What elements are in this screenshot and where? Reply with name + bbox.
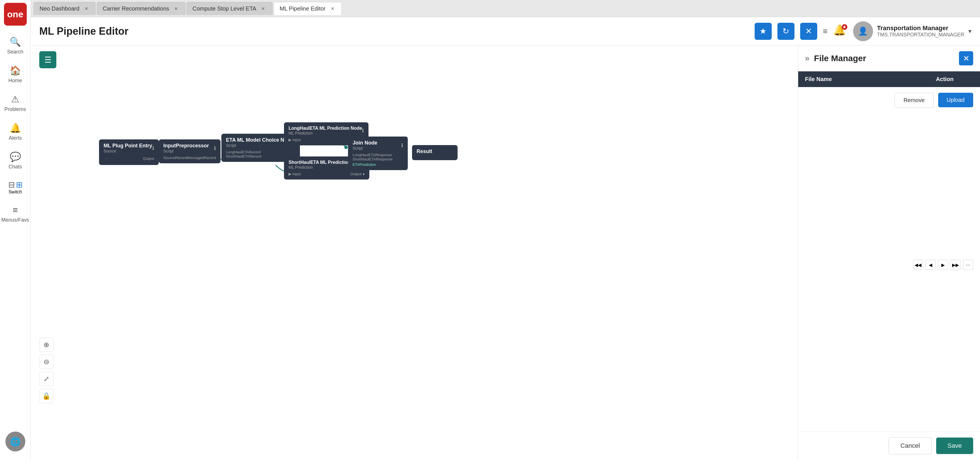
zoom-out-icon: ⊖ (43, 358, 49, 366)
sidebar-item-menus[interactable]: ≡ Menus/Favs (0, 200, 30, 228)
node-plug-point-entry[interactable]: ML Plug Point Entry Source ℹ → Output (99, 139, 159, 165)
file-manager-close-button[interactable]: ✕ (959, 51, 973, 65)
sidebar-item-home[interactable]: 🏠 Home (0, 60, 30, 89)
zoom-in-icon: ⊕ (43, 341, 49, 349)
expand-icon[interactable]: » (805, 54, 810, 63)
info-icon[interactable]: ℹ (214, 145, 216, 151)
user-role: TMS.TRANSPORTATION_MANAGER (877, 32, 964, 38)
hamburger-menu[interactable]: ≡ (823, 27, 827, 36)
avatar-placeholder-icon: 👤 (858, 27, 868, 36)
star-button[interactable]: ★ (755, 23, 772, 40)
info-icon[interactable]: ℹ (362, 127, 364, 134)
pagination: ◀◀ ◀ ▶ ▶▶ ⋯ (798, 257, 980, 273)
sidebar-item-problems[interactable]: ⚠ Problems (0, 89, 30, 118)
list-view-button[interactable]: ☰ (39, 51, 56, 68)
sidebar-item-search[interactable]: 🔍 Search (0, 31, 30, 60)
zoom-out-button[interactable]: ⊖ (39, 355, 54, 369)
remove-button[interactable]: Remove (895, 93, 933, 108)
tab-label: ML Pipeline Editor (280, 5, 326, 12)
last-page-button[interactable]: ▶▶ (950, 260, 961, 270)
file-manager-panel: » File Manager ✕ File Name Action Remove… (798, 46, 980, 460)
warning-icon: ⚠ (11, 94, 19, 105)
input-label: ▶ Input (288, 138, 301, 142)
save-button[interactable]: Save (936, 438, 973, 454)
first-page-button[interactable]: ◀◀ (913, 260, 923, 270)
search-icon: 🔍 (10, 37, 21, 47)
pipeline-canvas[interactable]: ☰ ⊕ ⊖ ⤢ 🔒 (31, 46, 798, 460)
refresh-button[interactable]: ↻ (777, 23, 794, 40)
left-toolbar: ☰ (39, 51, 56, 68)
node-subtitle: Source (103, 149, 152, 153)
file-manager-body: Remove Upload (798, 87, 980, 257)
file-manager-title: File Manager (814, 54, 955, 63)
input-label: ▶ Input (288, 172, 301, 176)
sidebar-item-label: Home (8, 78, 22, 84)
sidebar-item-chats[interactable]: 💬 Chats (0, 146, 30, 175)
tab-compute-stop-level-eta[interactable]: Compute Stop Level ETA ✕ (187, 2, 273, 15)
sidebar-item-label: Search (7, 49, 23, 55)
avatar[interactable]: 🌐 (5, 431, 25, 452)
main-content: Neo Dashboard ✕ Carrier Recommendations … (31, 0, 980, 460)
input-label: SourceRecord (163, 156, 187, 160)
output-label: Output ● (350, 172, 365, 176)
svg-point-6 (344, 146, 348, 149)
tab-close-compute-stop-level-eta[interactable]: ✕ (260, 5, 267, 12)
output-label: Output (143, 156, 154, 161)
node-result[interactable]: Result (412, 145, 458, 160)
chat-icon: 💬 (10, 151, 21, 162)
fit-screen-button[interactable]: ⤢ (39, 372, 54, 386)
tab-close-carrier-recommendations[interactable]: ✕ (173, 5, 180, 12)
page-header: ML Pipeline Editor ★ ↻ ✕ ≡ 🔔 ★ 👤 Transpo… (31, 17, 980, 46)
more-pages-button[interactable]: ⋯ (963, 260, 973, 270)
zoom-in-button[interactable]: ⊕ (39, 337, 54, 352)
node-title: Result (417, 148, 432, 154)
user-name: Transportation Manager (877, 24, 964, 32)
close-icon: ✕ (963, 54, 969, 63)
user-avatar: 👤 (853, 21, 873, 41)
node-input-preprocessor[interactable]: InputPreprocessor Script ℹ SourceRecord … (159, 139, 221, 163)
tab-close-neo-dashboard[interactable]: ✕ (83, 5, 90, 12)
app-logo[interactable]: one (4, 3, 27, 25)
next-page-button[interactable]: ▶ (938, 260, 948, 270)
prev-page-button[interactable]: ◀ (925, 260, 935, 270)
output-label: MessagedRecord (187, 156, 216, 160)
home-icon: 🏠 (10, 65, 21, 76)
node-join[interactable]: Join Node Script ℹ LongHaulETAResponse S… (348, 137, 408, 170)
node-subtitle: Script (163, 149, 209, 153)
avatar-icon: 🌐 (10, 437, 21, 447)
user-text: Transportation Manager TMS.TRANSPORTATIO… (877, 24, 964, 38)
close-button[interactable]: ✕ (800, 23, 817, 40)
column-file-name: File Name (805, 76, 916, 83)
node-title: ML Plug Point Entry (103, 143, 152, 149)
file-manager-table-header: File Name Action (798, 72, 980, 87)
zoom-controls: ⊕ ⊖ ⤢ 🔒 (39, 337, 54, 403)
grid-active-icon: ⊞ (16, 180, 22, 189)
upload-button[interactable]: Upload (938, 93, 973, 107)
file-manager-footer: Cancel Save (798, 431, 980, 460)
user-profile[interactable]: 👤 Transportation Manager TMS.TRANSPORTAT… (853, 21, 972, 41)
node-subtitle: Script (226, 143, 293, 148)
node-subtitle: Script (353, 146, 377, 151)
tab-label: Compute Stop Level ETA (192, 5, 256, 12)
lock-icon: 🔒 (42, 392, 51, 400)
cancel-button[interactable]: Cancel (889, 437, 931, 454)
hamburger-icon: ≡ (823, 27, 827, 36)
notification-badge: ★ (842, 24, 847, 30)
dropdown-arrow-icon[interactable]: ▾ (968, 28, 972, 35)
info-icon[interactable]: ℹ (152, 145, 154, 151)
sidebar-item-switch[interactable]: ⊟ ⊞ Switch (0, 175, 30, 200)
column-action: Action (916, 76, 973, 83)
tab-label: Neo Dashboard (40, 5, 80, 12)
tab-close-ml-pipeline-editor[interactable]: ✕ (329, 5, 336, 12)
sidebar-item-label: Problems (4, 107, 26, 112)
list-icon: ☰ (45, 55, 51, 65)
tab-ml-pipeline-editor[interactable]: ML Pipeline Editor ✕ (274, 2, 342, 15)
header-actions: ★ ↻ ✕ ≡ 🔔 ★ 👤 Transportation Manager TMS… (755, 21, 972, 41)
lock-button[interactable]: 🔒 (39, 389, 54, 403)
input-longhaul-response: LongHaulETAResponse (353, 153, 403, 157)
tab-neo-dashboard[interactable]: Neo Dashboard ✕ (33, 2, 95, 15)
notification-bell[interactable]: 🔔 ★ (833, 24, 847, 38)
sidebar-item-alerts[interactable]: 🔔 Alerts (0, 118, 30, 146)
tab-carrier-recommendations[interactable]: Carrier Recommendations ✕ (97, 2, 185, 15)
info-icon[interactable]: ℹ (401, 142, 403, 148)
